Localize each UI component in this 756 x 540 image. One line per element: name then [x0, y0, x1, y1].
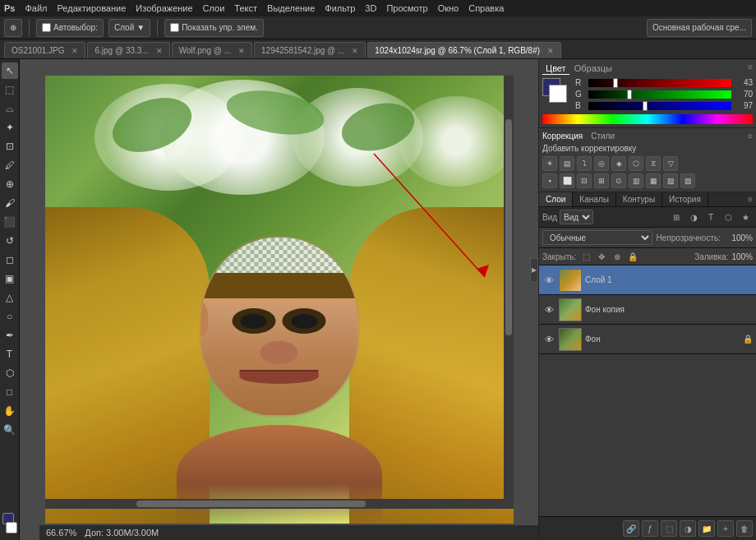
- menu-3d[interactable]: 3D: [365, 3, 376, 13]
- correction-panel-menu[interactable]: ≡: [748, 132, 753, 141]
- tool-pen[interactable]: ✒: [2, 327, 18, 344]
- menu-help[interactable]: Справка: [468, 3, 504, 13]
- show-controls-toggle[interactable]: Показать упр. элем.: [164, 19, 264, 37]
- delete-layer-icon[interactable]: 🗑: [736, 520, 753, 537]
- tool-crop[interactable]: ⊡: [2, 138, 18, 155]
- move-tool[interactable]: ⊕: [4, 19, 22, 37]
- correction-photo-filter[interactable]: ⬜: [560, 173, 574, 188]
- color-panel-menu[interactable]: ≡: [748, 62, 753, 75]
- tool-lasso[interactable]: ⌓: [2, 100, 18, 117]
- tab-3[interactable]: Wolf.png @ ... ✕: [172, 42, 252, 58]
- correction-hue[interactable]: ⬡: [629, 156, 643, 171]
- tool-healing[interactable]: ⊕: [2, 176, 18, 192]
- auto-select-checkbox[interactable]: [42, 23, 51, 32]
- tab-5-close[interactable]: ✕: [547, 47, 554, 55]
- new-group-icon[interactable]: ⊞: [669, 210, 684, 224]
- tab-correction[interactable]: Коррекция: [542, 132, 583, 141]
- tool-path[interactable]: ⬡: [2, 365, 18, 381]
- menu-filter[interactable]: Фильтр: [325, 3, 355, 13]
- tool-zoom[interactable]: 🔍: [2, 422, 18, 438]
- correction-threshold[interactable]: ▦: [646, 173, 661, 188]
- menu-file[interactable]: Файл: [25, 3, 47, 13]
- b-slider[interactable]: [588, 102, 731, 110]
- new-adjustment-icon[interactable]: ◑: [686, 210, 701, 224]
- lock-position-icon[interactable]: ✥: [595, 250, 608, 263]
- tab-4-close[interactable]: ✕: [352, 47, 358, 55]
- tool-eyedropper[interactable]: 🖊: [2, 157, 18, 173]
- correction-vibrance[interactable]: ◈: [611, 156, 626, 171]
- menu-edit[interactable]: Редактирование: [58, 3, 127, 13]
- correction-colorbalance[interactable]: ⧖: [646, 156, 661, 171]
- layers-tab-history[interactable]: История: [662, 192, 708, 206]
- layers-tab-paths[interactable]: Контуры: [616, 192, 662, 206]
- scrollbar-horizontal[interactable]: [45, 499, 504, 509]
- correction-posterize[interactable]: ▥: [629, 173, 643, 188]
- tab-4[interactable]: 12942581542.jpg @ ... ✕: [254, 42, 366, 58]
- layer-type-icon[interactable]: ⬡: [721, 210, 735, 224]
- layer-item-1[interactable]: 👁 Слой 1: [539, 265, 756, 295]
- layer-1-visibility[interactable]: 👁: [542, 274, 555, 287]
- auto-select-toggle[interactable]: Автовыбор:: [36, 19, 104, 37]
- correction-exposure[interactable]: ◎: [594, 156, 609, 171]
- tab-3-close[interactable]: ✕: [238, 47, 245, 55]
- layers-panel-menu[interactable]: ≡: [744, 192, 756, 206]
- layer-select[interactable]: Слой ▼: [108, 19, 150, 37]
- menu-layers[interactable]: Слои: [203, 3, 225, 13]
- layers-tab-channels[interactable]: Каналы: [573, 192, 616, 206]
- tool-magic-wand[interactable]: ✦: [2, 119, 18, 136]
- correction-curves[interactable]: ⤵: [577, 156, 592, 171]
- add-adjustment-icon[interactable]: ◑: [680, 520, 696, 537]
- tab-1-close[interactable]: ✕: [71, 47, 78, 55]
- layer-item-3[interactable]: 👁 Фон 🔒: [539, 325, 756, 354]
- tool-shape[interactable]: □: [2, 384, 18, 400]
- tool-text[interactable]: T: [2, 346, 18, 362]
- lock-artboard-icon[interactable]: ⊕: [611, 250, 624, 263]
- correction-gradient-map[interactable]: ▧: [663, 173, 678, 188]
- correction-color-lookup[interactable]: ⊞: [594, 173, 609, 188]
- tool-history-brush[interactable]: ↺: [2, 233, 18, 249]
- layer-filter-icon[interactable]: T: [703, 210, 718, 224]
- g-slider[interactable]: [588, 90, 731, 99]
- correction-levels[interactable]: ▤: [560, 156, 574, 171]
- new-layer-icon[interactable]: +: [717, 520, 734, 537]
- background-color-swatch[interactable]: [549, 85, 567, 103]
- kind-select[interactable]: Вид: [560, 210, 593, 224]
- tool-move[interactable]: ↖: [2, 62, 18, 79]
- menu-view[interactable]: Просмотр: [386, 3, 427, 13]
- tool-brush[interactable]: 🖌: [2, 195, 18, 211]
- correction-triangle[interactable]: ▽: [663, 156, 678, 171]
- layer-item-2[interactable]: 👁 Фон копия: [539, 295, 756, 325]
- workspace-button[interactable]: Основная рабочая сре...: [647, 19, 752, 37]
- menu-window[interactable]: Окно: [438, 3, 459, 13]
- show-controls-checkbox[interactable]: [170, 23, 179, 32]
- g-thumb[interactable]: [627, 90, 632, 99]
- background-color[interactable]: [6, 522, 17, 533]
- tab-swatches[interactable]: Образцы: [571, 62, 615, 75]
- menu-select[interactable]: Выделение: [267, 3, 315, 13]
- scrollbar-vertical[interactable]: [504, 76, 514, 509]
- tab-5[interactable]: 1024x1024sr.jpg @ 66.7% (Слой 1, RGB/8#)…: [367, 42, 561, 58]
- tool-stamp[interactable]: ⬛: [2, 214, 18, 230]
- correction-channel-mixer[interactable]: ⊟: [577, 173, 592, 188]
- tool-gradient[interactable]: ▣: [2, 270, 18, 287]
- add-style-icon[interactable]: ƒ: [642, 520, 658, 537]
- correction-brightness[interactable]: ☀: [542, 156, 557, 171]
- r-thumb[interactable]: [613, 78, 618, 88]
- layer-2-visibility[interactable]: 👁: [542, 303, 555, 316]
- tool-blur[interactable]: △: [2, 289, 18, 306]
- tab-1[interactable]: OS21001.JPG ✕: [4, 42, 85, 58]
- lock-pixels-icon[interactable]: ⬚: [579, 250, 592, 263]
- layers-tab-layers[interactable]: Слои: [539, 192, 573, 206]
- menu-text[interactable]: Текст: [234, 3, 257, 13]
- scroll-thumb-h[interactable]: [136, 501, 366, 507]
- tool-eraser[interactable]: ◻: [2, 252, 18, 268]
- layer-smart-icon[interactable]: ★: [738, 210, 753, 224]
- layer-dropdown-arrow[interactable]: ▼: [136, 23, 145, 32]
- tool-selection[interactable]: ⬚: [2, 81, 18, 98]
- scroll-thumb-v[interactable]: [505, 119, 512, 336]
- link-layers-icon[interactable]: 🔗: [623, 520, 639, 537]
- tab-2[interactable]: 6.jpg @ 33.3... ✕: [87, 42, 169, 58]
- color-spectrum-bar[interactable]: [542, 114, 753, 124]
- tool-dodge[interactable]: ○: [2, 308, 18, 325]
- layer-3-visibility[interactable]: 👁: [542, 333, 555, 346]
